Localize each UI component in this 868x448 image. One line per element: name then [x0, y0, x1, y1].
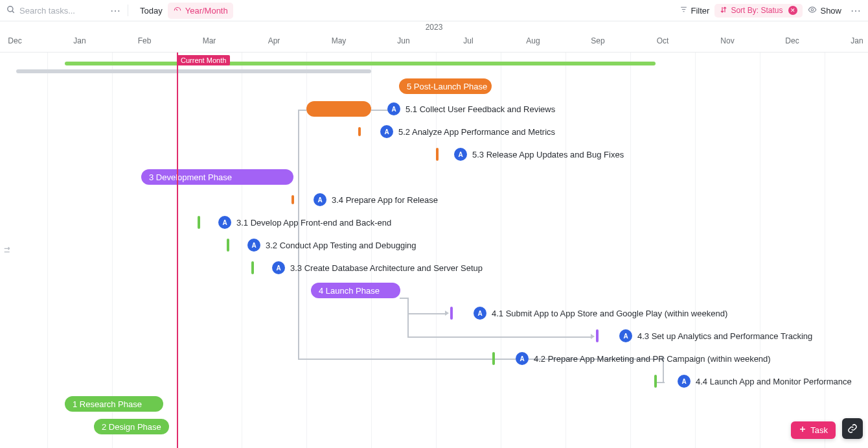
task-tick — [436, 148, 439, 161]
task-tick — [291, 195, 294, 204]
task-tick — [596, 329, 599, 342]
new-task-label: Task — [810, 425, 828, 435]
task-tick — [450, 307, 453, 320]
task-label: 3.3 Create Database Architecture and Ser… — [290, 263, 483, 273]
task-row[interactable]: A 5.1 Collect User Feedback and Reviews — [387, 101, 555, 117]
sort-icon — [720, 6, 727, 16]
task-tick — [358, 127, 361, 136]
task-row[interactable]: A 3.1 Develop App Front-end and Back-end — [198, 215, 391, 230]
phase-label: 5 Post-Launch Phase — [407, 82, 487, 91]
show-button[interactable]: Show — [803, 3, 847, 19]
month-label: Mar — [203, 36, 216, 45]
summary-bar[interactable] — [65, 62, 656, 65]
avatar[interactable]: A — [387, 102, 400, 115]
task-tick — [492, 352, 495, 365]
month-label: Feb — [138, 36, 152, 45]
phase-label: 3 Development Phase — [149, 172, 232, 182]
zoom-label: Year/Month — [185, 6, 228, 16]
month-label: Nov — [720, 36, 734, 45]
month-label: Jan — [851, 36, 863, 45]
task-row[interactable]: A 4.3 Set up Analytics and Performance T… — [596, 328, 812, 344]
task-row[interactable]: A 4.4 Launch App and Monitor Performance — [654, 373, 852, 389]
task-row[interactable]: A 3.4 Prepare App for Release — [291, 192, 438, 207]
avatar[interactable]: A — [619, 329, 632, 342]
avatar[interactable]: A — [454, 148, 467, 161]
gridline — [565, 53, 566, 448]
task-tick — [227, 239, 229, 252]
phase-development[interactable]: 3 Development Phase — [141, 169, 293, 185]
task-label: 4.3 Set up Analytics and Performance Tra… — [637, 331, 812, 341]
task-tick — [198, 216, 200, 229]
month-label: Dec — [785, 36, 799, 45]
new-task-button[interactable]: Task — [791, 421, 836, 439]
avatar[interactable]: A — [516, 352, 529, 365]
task-row[interactable]: A 3.2 Conduct App Testing and Debugging — [227, 237, 417, 253]
dependency-line — [298, 110, 306, 111]
task-row[interactable]: A 4.1 Submit App to App Store and Google… — [450, 305, 727, 321]
current-month-flag: Current Month — [177, 55, 230, 65]
month-label: Jul — [463, 36, 473, 45]
avatar[interactable]: A — [380, 125, 393, 138]
month-label: Oct — [657, 36, 669, 45]
year-label: 2023 — [0, 23, 868, 32]
search-icon[interactable] — [6, 5, 16, 16]
task-label: 3.4 Prepare App for Release — [332, 195, 438, 205]
avatar[interactable]: A — [678, 375, 691, 388]
phase-research[interactable]: 1 Research Phase — [65, 396, 163, 412]
summary-bar[interactable] — [16, 69, 371, 73]
phase-label: 2 Design Phase — [102, 422, 161, 432]
avatar[interactable]: A — [314, 193, 326, 206]
zoom-selector[interactable]: Year/Month — [168, 3, 233, 19]
month-label: Sep — [591, 36, 604, 45]
gridline — [47, 53, 48, 448]
phase-post-launch[interactable]: 5 Post-Launch Phase — [399, 78, 492, 94]
current-month-line: Current Month — [177, 53, 178, 448]
toolbar-more-icon[interactable]: ⋯ — [851, 5, 862, 17]
task-tick — [251, 261, 254, 274]
gridline — [112, 53, 113, 448]
avatar[interactable]: A — [247, 239, 260, 252]
sortby-clear-icon[interactable]: ✕ — [788, 6, 797, 15]
task-label: 5.3 Release App Updates and Bug Fixes — [472, 150, 624, 159]
timeline-header: 2023 Dec Jan Feb Mar Apr May Jun Jul Aug… — [0, 21, 868, 53]
month-label: Jun — [397, 36, 409, 45]
gauge-icon — [173, 5, 182, 16]
link-fab-icon[interactable] — [842, 418, 863, 439]
task-label: 4.4 Launch App and Monitor Performance — [696, 377, 852, 386]
month-label: Aug — [526, 36, 540, 45]
show-label: Show — [820, 6, 841, 16]
gantt-canvas[interactable]: Current Month 5 Post-Launch Phase A 5.1 … — [0, 53, 868, 448]
dependency-line — [298, 110, 299, 360]
search-more-icon[interactable]: ⋯ — [110, 5, 121, 17]
dependency-line — [407, 336, 592, 338]
today-button[interactable]: Today — [135, 3, 168, 18]
month-label: Apr — [268, 36, 280, 45]
task-label: 3.1 Develop App Front-end and Back-end — [236, 218, 391, 228]
svg-line-1 — [12, 10, 14, 12]
dependency-line — [407, 313, 446, 314]
phase-design[interactable]: 2 Design Phase — [94, 419, 169, 434]
expand-sidebar-icon[interactable] — [3, 245, 13, 255]
search-input[interactable] — [19, 6, 110, 16]
filter-button[interactable]: Filter — [674, 3, 715, 18]
task-row[interactable]: A 4.2 Prepare App Marketing and PR Campa… — [492, 351, 771, 366]
divider — [128, 5, 128, 16]
avatar[interactable]: A — [474, 307, 486, 320]
month-label: Jan — [73, 36, 86, 45]
task-row[interactable]: A 3.3 Create Database Architecture and S… — [251, 260, 483, 276]
task-row[interactable]: A 5.2 Analyze App Performance and Metric… — [358, 124, 555, 139]
avatar[interactable]: A — [272, 261, 285, 274]
dependency-line — [400, 298, 407, 299]
months-row: Dec Jan Feb Mar Apr May Jun Jul Aug Sep … — [0, 36, 868, 49]
phase-bar[interactable] — [306, 101, 371, 117]
dependency-arrow-icon — [445, 311, 449, 316]
task-label: 5.2 Analyze App Performance and Metrics — [398, 127, 555, 137]
dependency-arrow-icon — [591, 334, 595, 339]
task-label: 4.1 Submit App to App Store and Google P… — [492, 309, 727, 318]
phase-launch[interactable]: 4 Launch Phase — [311, 283, 400, 298]
task-row[interactable]: A 5.3 Release App Updates and Bug Fixes — [436, 147, 624, 162]
avatar[interactable]: A — [218, 216, 231, 229]
sortby-label: Sort By: Status — [731, 6, 782, 15]
dependency-line — [407, 298, 409, 338]
sortby-chip[interactable]: Sort By: Status ✕ — [714, 4, 803, 18]
